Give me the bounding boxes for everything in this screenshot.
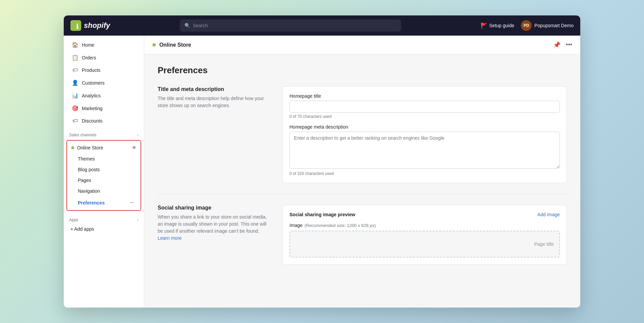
logo-area: shopify xyxy=(70,20,138,31)
add-image-button[interactable]: Add image xyxy=(537,212,560,217)
image-label-row: Image (Recommended size: 1200 x 628 px) xyxy=(289,223,560,228)
social-card-header: Social sharing image preview Add image xyxy=(289,212,560,217)
discounts-icon: 🏷 xyxy=(72,118,78,124)
search-input-wrap[interactable]: 🔍 xyxy=(180,19,401,32)
sales-channels-header: Sales channels › xyxy=(64,127,144,139)
title-meta-card: Homepage title 0 of 70 characters used H… xyxy=(282,86,567,183)
logo-text: shopify xyxy=(84,21,110,30)
blog-posts-label: Blog posts xyxy=(78,167,100,172)
search-bar: 🔍 xyxy=(180,19,401,32)
user-name: Popupsmart Demo xyxy=(534,23,574,28)
sidebar-item-marketing[interactable]: 🎯 Marketing xyxy=(66,102,141,114)
sidebar-label-customers: Customers xyxy=(82,80,105,86)
setup-guide-label: Setup guide xyxy=(489,23,515,28)
apps-chevron-icon: › xyxy=(137,218,139,222)
homepage-title-group: Homepage title 0 of 70 characters used xyxy=(289,93,560,119)
homepage-title-input[interactable] xyxy=(289,101,560,113)
social-sharing-description: Social sharing image When you share a li… xyxy=(158,205,272,265)
sidebar: 🏠 Home 📋 Orders 🏷 Products 👤 Customers 📊… xyxy=(64,36,144,308)
sidebar-item-themes[interactable]: Themes xyxy=(67,153,141,164)
store-icon: ■ xyxy=(152,41,156,48)
topbar-right: 🚩 Setup guide PD Popupsmart Demo xyxy=(481,20,574,31)
homepage-title-char-count: 0 of 70 characters used xyxy=(289,114,560,119)
user-menu[interactable]: PD Popupsmart Demo xyxy=(521,20,574,31)
social-heading: Social sharing image xyxy=(158,205,272,211)
sidebar-label-products: Products xyxy=(82,67,100,73)
red-arrow-icon: ← xyxy=(129,199,135,206)
learn-more-link[interactable]: Learn more xyxy=(158,235,182,241)
apps-section-header: Apps › xyxy=(64,212,144,224)
online-store-submenu: ■ Online Store 👁 Themes Blog posts Pages… xyxy=(66,140,141,211)
image-label: Image xyxy=(289,223,303,228)
pages-label: Pages xyxy=(78,178,91,183)
social-card-title: Social sharing image preview xyxy=(289,212,355,217)
navigation-label: Navigation xyxy=(78,188,100,194)
title-meta-heading: Title and meta description xyxy=(158,86,272,92)
chevron-right-icon: › xyxy=(137,133,139,137)
breadcrumb: ■ Online Store xyxy=(152,41,191,48)
content-area: ■ Online Store 📌 ••• Preferences Title a… xyxy=(144,36,580,308)
sidebar-label-marketing: Marketing xyxy=(82,106,102,111)
sales-channels-label: Sales channels xyxy=(69,133,96,137)
setup-guide-button[interactable]: 🚩 Setup guide xyxy=(481,22,515,29)
meta-desc-label: Homepage meta description xyxy=(289,124,560,130)
search-icon: 🔍 xyxy=(184,23,190,28)
products-icon: 🏷 xyxy=(72,67,78,73)
sidebar-item-orders[interactable]: 📋 Orders xyxy=(66,51,141,64)
online-store-icon: ■ xyxy=(71,145,74,151)
title-meta-desc: The title and meta description help defi… xyxy=(158,95,272,109)
sidebar-label-orders: Orders xyxy=(82,55,96,60)
sidebar-label-home: Home xyxy=(82,42,94,48)
avatar: PD xyxy=(521,20,532,31)
search-input[interactable] xyxy=(193,23,396,28)
preferences-label: Preferences xyxy=(78,200,105,205)
eye-icon: 👁 xyxy=(132,145,137,150)
online-store-label: Online Store xyxy=(77,145,103,150)
content-scroll: Preferences Title and meta description T… xyxy=(144,54,580,308)
section-divider xyxy=(158,194,567,194)
header-actions: 📌 ••• xyxy=(553,41,572,49)
flag-icon: 🚩 xyxy=(481,22,487,29)
homepage-title-label: Homepage title xyxy=(289,93,560,99)
title-meta-description: Title and meta description The title and… xyxy=(158,86,272,183)
sidebar-item-preferences[interactable]: Preferences ← xyxy=(67,196,141,209)
image-preview-box: Page title xyxy=(289,231,560,258)
image-size-hint: (Recommended size: 1200 x 628 px) xyxy=(305,223,376,228)
title-meta-section: Title and meta description The title and… xyxy=(158,86,567,183)
analytics-icon: 📊 xyxy=(72,92,78,99)
social-sharing-card: Social sharing image preview Add image I… xyxy=(282,205,567,265)
breadcrumb-title: Online Store xyxy=(159,42,191,48)
customers-icon: 👤 xyxy=(72,80,78,86)
add-apps-label: + Add apps xyxy=(70,226,94,232)
online-store-left: ■ Online Store xyxy=(71,145,103,151)
page-title-placeholder: Page title xyxy=(534,241,554,247)
topbar: shopify 🔍 🚩 Setup guide PD Popupsmart De… xyxy=(64,15,580,36)
more-options-icon[interactable]: ••• xyxy=(566,41,572,48)
page-title: Preferences xyxy=(158,65,567,76)
sidebar-item-analytics[interactable]: 📊 Analytics xyxy=(66,89,141,102)
meta-desc-char-count: 0 of 320 characters used xyxy=(289,171,560,176)
social-desc: When you share a link to your store on s… xyxy=(158,214,272,242)
themes-label: Themes xyxy=(78,156,95,162)
meta-desc-textarea[interactable] xyxy=(289,132,560,169)
sidebar-item-home[interactable]: 🏠 Home xyxy=(66,39,141,51)
sidebar-item-navigation[interactable]: Navigation xyxy=(67,186,141,196)
app-window: shopify 🔍 🚩 Setup guide PD Popupsmart De… xyxy=(64,15,580,308)
apps-label: Apps xyxy=(69,218,78,222)
sidebar-item-online-store[interactable]: ■ Online Store 👁 xyxy=(67,142,141,153)
shopify-logo-icon xyxy=(70,20,81,31)
sidebar-item-pages[interactable]: Pages xyxy=(67,175,141,186)
meta-desc-group: Homepage meta description 0 of 320 chara… xyxy=(289,124,560,176)
home-icon: 🏠 xyxy=(72,42,78,48)
sidebar-item-blog-posts[interactable]: Blog posts xyxy=(67,164,141,175)
add-apps-button[interactable]: + Add apps xyxy=(64,224,144,234)
main-layout: 🏠 Home 📋 Orders 🏷 Products 👤 Customers 📊… xyxy=(64,36,580,308)
marketing-icon: 🎯 xyxy=(72,105,78,111)
pin-icon[interactable]: 📌 xyxy=(553,41,560,49)
sidebar-label-discounts: Discounts xyxy=(82,118,102,124)
content-header: ■ Online Store 📌 ••• xyxy=(144,36,580,54)
sidebar-label-analytics: Analytics xyxy=(82,93,101,98)
sidebar-item-customers[interactable]: 👤 Customers xyxy=(66,77,141,89)
sidebar-item-discounts[interactable]: 🏷 Discounts xyxy=(66,115,141,127)
sidebar-item-products[interactable]: 🏷 Products xyxy=(66,64,141,76)
